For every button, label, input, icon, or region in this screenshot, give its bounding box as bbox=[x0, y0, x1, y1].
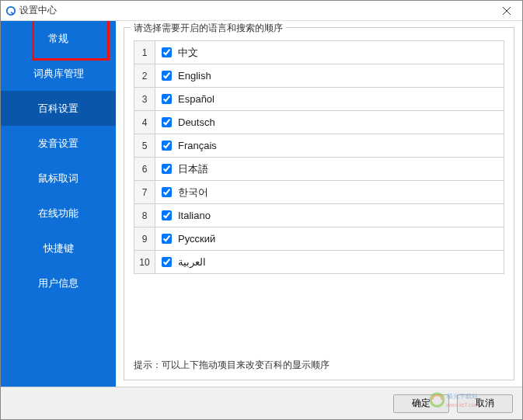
language-label: 中文 bbox=[178, 46, 198, 60]
groupbox-title: 请选择需要开启的语言和搜索的顺序 bbox=[131, 22, 286, 35]
language-row[interactable]: 8Italiano bbox=[134, 203, 504, 227]
language-label: English bbox=[178, 70, 211, 82]
row-number: 8 bbox=[134, 203, 155, 227]
language-checkbox[interactable] bbox=[162, 210, 172, 220]
language-row[interactable]: 7한국어 bbox=[134, 180, 504, 203]
close-button[interactable] bbox=[491, 1, 522, 21]
language-cell: Русский bbox=[155, 227, 504, 251]
window-title: 设置中心 bbox=[19, 4, 57, 17]
titlebar: 设置中心 bbox=[1, 1, 522, 21]
language-checkbox[interactable] bbox=[162, 47, 172, 57]
language-label: Italiano bbox=[178, 210, 211, 221]
language-row[interactable]: 1中文 bbox=[134, 40, 504, 64]
cancel-button[interactable]: 取消 bbox=[457, 394, 513, 413]
language-cell: Italiano bbox=[155, 203, 504, 227]
language-checkbox[interactable] bbox=[162, 234, 172, 244]
language-label: العربية bbox=[178, 256, 206, 268]
row-number: 10 bbox=[134, 250, 155, 274]
sidebar-item-label: 发音设置 bbox=[38, 137, 78, 151]
sidebar-item-label: 用户信息 bbox=[38, 276, 78, 290]
language-label: Русский bbox=[178, 233, 215, 245]
language-cell: 한국어 bbox=[155, 180, 504, 204]
language-label: 한국어 bbox=[178, 186, 208, 200]
sidebar: 常规词典库管理百科设置发音设置鼠标取词在线功能快捷键用户信息 bbox=[1, 21, 116, 387]
row-number: 3 bbox=[134, 87, 155, 111]
row-number: 9 bbox=[134, 227, 155, 251]
sidebar-item-label: 在线功能 bbox=[38, 207, 78, 220]
row-number: 4 bbox=[134, 110, 155, 134]
row-number: 1 bbox=[134, 40, 155, 64]
language-checkbox[interactable] bbox=[162, 257, 172, 267]
language-checkbox[interactable] bbox=[162, 187, 172, 197]
close-icon bbox=[503, 7, 511, 15]
sidebar-item-7[interactable]: 用户信息 bbox=[1, 266, 116, 300]
language-cell: Deutsch bbox=[155, 110, 504, 134]
row-number: 6 bbox=[134, 157, 155, 181]
language-row[interactable]: 3Español bbox=[134, 87, 504, 110]
sidebar-item-label: 百科设置 bbox=[38, 102, 78, 116]
sidebar-item-5[interactable]: 在线功能 bbox=[1, 196, 116, 231]
language-list[interactable]: 1中文2English3Español4Deutsch5Français6日本語… bbox=[134, 40, 504, 351]
language-cell: العربية bbox=[155, 250, 504, 274]
footer: 极光下载站 www.xz7.com 确定 取消 bbox=[1, 387, 522, 419]
window-body: 常规词典库管理百科设置发音设置鼠标取词在线功能快捷键用户信息 请选择需要开启的语… bbox=[1, 21, 522, 387]
sidebar-item-1[interactable]: 词典库管理 bbox=[1, 56, 116, 91]
language-cell: 日本語 bbox=[155, 157, 504, 181]
content-area: 请选择需要开启的语言和搜索的顺序 1中文2English3Español4Deu… bbox=[116, 21, 522, 387]
language-cell: 中文 bbox=[155, 40, 504, 64]
language-row[interactable]: 10العربية bbox=[134, 250, 504, 273]
language-label: Français bbox=[178, 140, 217, 151]
ok-button[interactable]: 确定 bbox=[393, 394, 449, 413]
language-checkbox[interactable] bbox=[162, 117, 172, 127]
language-row[interactable]: 9Русский bbox=[134, 227, 504, 250]
sidebar-item-label: 鼠标取词 bbox=[38, 172, 78, 186]
row-number: 7 bbox=[134, 180, 155, 204]
language-checkbox[interactable] bbox=[162, 94, 172, 104]
hint-text: 提示：可以上下拖动项目来改变百科的显示顺序 bbox=[134, 359, 504, 372]
language-cell: Français bbox=[155, 134, 504, 158]
language-groupbox: 请选择需要开启的语言和搜索的顺序 1中文2English3Español4Deu… bbox=[124, 27, 514, 380]
sidebar-item-4[interactable]: 鼠标取词 bbox=[1, 161, 116, 196]
language-row[interactable]: 2English bbox=[134, 64, 504, 87]
language-row[interactable]: 6日本語 bbox=[134, 157, 504, 180]
row-number: 5 bbox=[134, 134, 155, 158]
language-checkbox[interactable] bbox=[162, 71, 172, 81]
sidebar-item-3[interactable]: 发音设置 bbox=[1, 126, 116, 161]
language-label: Español bbox=[178, 93, 214, 105]
language-cell: English bbox=[155, 64, 504, 88]
language-label: Deutsch bbox=[178, 116, 215, 128]
language-row[interactable]: 4Deutsch bbox=[134, 110, 504, 134]
sidebar-item-2[interactable]: 百科设置 bbox=[1, 91, 116, 126]
settings-window: 设置中心 常规词典库管理百科设置发音设置鼠标取词在线功能快捷键用户信息 请选择需… bbox=[0, 0, 523, 420]
sidebar-item-6[interactable]: 快捷键 bbox=[1, 231, 116, 266]
language-row[interactable]: 5Français bbox=[134, 134, 504, 157]
language-cell: Español bbox=[155, 87, 504, 111]
language-label: 日本語 bbox=[178, 162, 208, 176]
sidebar-item-0[interactable]: 常规 bbox=[1, 21, 116, 56]
row-number: 2 bbox=[134, 64, 155, 88]
sidebar-item-label: 词典库管理 bbox=[33, 67, 84, 81]
app-icon bbox=[5, 5, 16, 16]
language-checkbox[interactable] bbox=[162, 164, 172, 174]
language-checkbox[interactable] bbox=[162, 141, 172, 151]
sidebar-item-label: 常规 bbox=[48, 32, 68, 46]
sidebar-item-label: 快捷键 bbox=[44, 241, 74, 255]
